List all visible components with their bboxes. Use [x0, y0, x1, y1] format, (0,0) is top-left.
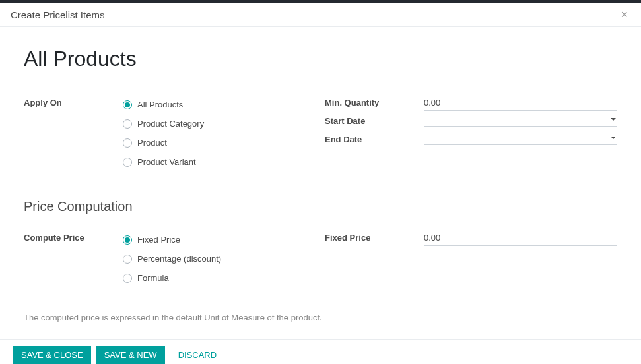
- price-computation-title: Price Computation: [24, 199, 617, 214]
- helper-text: The computed price is expressed in the d…: [24, 313, 617, 322]
- min-quantity-field: Min. Quantity: [325, 95, 617, 113]
- radio-icon: [123, 119, 132, 129]
- radio-formula[interactable]: Formula: [123, 268, 325, 288]
- modal-body: All Products Apply On All Products Produ…: [0, 27, 641, 333]
- radio-icon: [123, 274, 132, 283]
- radio-icon: [123, 138, 132, 148]
- modal-footer: Save & Close Save & New Discard: [0, 339, 641, 364]
- radio-label: Formula: [137, 273, 169, 283]
- radio-product-variant[interactable]: Product Variant: [123, 152, 325, 171]
- close-icon: ×: [621, 8, 628, 21]
- save-close-button[interactable]: Save & Close: [13, 346, 91, 364]
- apply-on-label: Apply On: [24, 95, 123, 107]
- min-quantity-label: Min. Quantity: [325, 95, 424, 107]
- radio-percentage[interactable]: Percentage (discount): [123, 249, 325, 268]
- radio-icon: [123, 235, 132, 245]
- chevron-down-icon: [611, 136, 616, 139]
- compute-price-radio-group: Fixed Price Percentage (discount) Formul…: [123, 230, 325, 288]
- radio-icon: [123, 158, 132, 167]
- fixed-price-field: Fixed Price: [325, 230, 617, 249]
- apply-on-radio-group: All Products Product Category Product Pr…: [123, 95, 325, 171]
- right-column-2: Fixed Price: [325, 230, 617, 288]
- modal-header: Create Pricelist Items ×: [0, 3, 641, 27]
- left-column-2: Compute Price Fixed Price Percentage (di…: [24, 230, 325, 288]
- radio-label: Fixed Price: [137, 235, 180, 245]
- radio-all-products[interactable]: All Products: [123, 95, 325, 114]
- radio-label: Product: [137, 138, 167, 148]
- right-column: Min. Quantity Start Date End Date: [325, 95, 617, 171]
- save-new-button[interactable]: Save & New: [96, 346, 165, 364]
- apply-on-field: Apply On All Products Product Category P…: [24, 95, 325, 171]
- form-row-2: Compute Price Fixed Price Percentage (di…: [24, 230, 617, 288]
- end-date-dropdown[interactable]: [424, 132, 617, 145]
- radio-icon: [123, 255, 132, 264]
- start-date-dropdown[interactable]: [424, 113, 617, 127]
- radio-label: Product Variant: [137, 157, 196, 167]
- radio-label: Product Category: [137, 119, 204, 129]
- min-quantity-value-wrap: [424, 95, 617, 111]
- radio-label: All Products: [137, 100, 183, 109]
- radio-icon: [123, 100, 132, 109]
- end-date-label: End Date: [325, 132, 424, 144]
- radio-product-category[interactable]: Product Category: [123, 114, 325, 133]
- left-column: Apply On All Products Product Category P…: [24, 95, 325, 171]
- end-date-value-wrap: [424, 132, 617, 145]
- compute-price-field: Compute Price Fixed Price Percentage (di…: [24, 230, 325, 288]
- radio-fixed-price[interactable]: Fixed Price: [123, 230, 325, 249]
- fixed-price-value-wrap: [424, 230, 617, 246]
- radio-label: Percentage (discount): [137, 254, 221, 264]
- start-date-label: Start Date: [325, 113, 424, 126]
- close-button[interactable]: ×: [618, 9, 630, 20]
- fixed-price-label: Fixed Price: [325, 230, 424, 243]
- chevron-down-icon: [611, 118, 616, 121]
- form-row-1: Apply On All Products Product Category P…: [24, 95, 617, 171]
- fixed-price-input[interactable]: [424, 230, 617, 246]
- discard-button[interactable]: Discard: [170, 346, 225, 364]
- radio-product[interactable]: Product: [123, 133, 325, 152]
- modal-title: Create Pricelist Items: [11, 9, 105, 20]
- start-date-field: Start Date: [325, 113, 617, 132]
- start-date-value-wrap: [424, 113, 617, 127]
- min-quantity-input[interactable]: [424, 95, 617, 111]
- end-date-field: End Date: [325, 132, 617, 150]
- page-title: All Products: [24, 47, 617, 71]
- compute-price-label: Compute Price: [24, 230, 123, 243]
